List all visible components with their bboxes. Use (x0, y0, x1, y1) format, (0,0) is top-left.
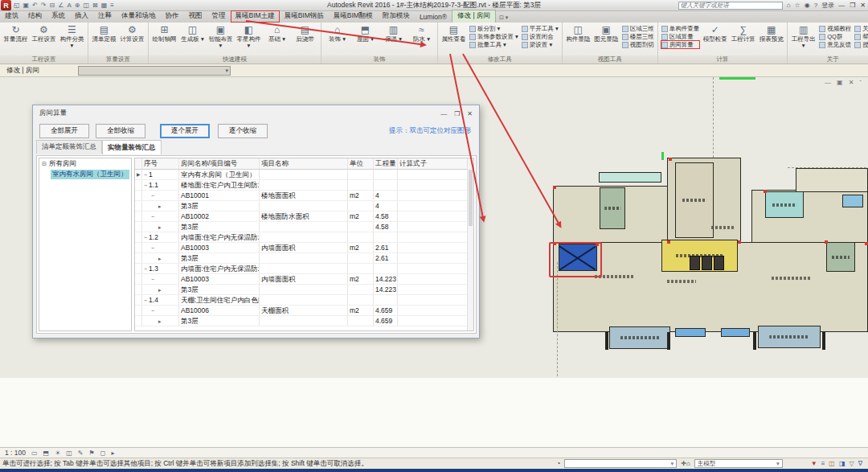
table-row[interactable]: −AB10002楼地面防水面积m24.58 (135, 211, 473, 222)
ribbon-big-button[interactable]: ⊞绘制轴网 (151, 24, 178, 50)
table-row[interactable]: −AB10003内墙面面积m214.223 (135, 274, 473, 285)
ribbon-big-button[interactable]: ⚙计算设置 (119, 24, 145, 50)
ribbon-big-button[interactable]: ▤清单定额 (91, 24, 117, 50)
ribbon-big-button[interactable]: ✓模型检查 (702, 24, 728, 50)
ribbon-small-button[interactable]: 授权 (854, 41, 868, 48)
crop-region-icon[interactable]: ✎ (78, 449, 84, 457)
thin-lines-icon[interactable]: ▦ (101, 2, 108, 9)
drag-on-selection-icon[interactable]: ▽ (849, 460, 854, 467)
ribbon-small-button[interactable]: 装饰参数设置 ▾ (469, 33, 518, 40)
select-links-icon[interactable]: ▼ (811, 460, 817, 467)
ribbon-tab[interactable]: 修改 | 房间 (452, 10, 496, 23)
workset-combobox[interactable]: ▾ (564, 459, 677, 468)
row-expander-icon[interactable]: − (151, 306, 154, 314)
plan-room[interactable] (605, 332, 608, 350)
row-expander-icon[interactable]: − (151, 212, 154, 220)
close-icon[interactable]: ✕ (860, 2, 866, 9)
text-icon[interactable]: A (67, 2, 71, 9)
header-quantity[interactable]: 工程量 (374, 158, 398, 169)
floor-plan[interactable] (547, 77, 868, 383)
crop-view-icon[interactable]: ◫ (66, 449, 72, 457)
row-tree-cell[interactable]: ▸ (142, 222, 179, 232)
plan-room[interactable] (714, 256, 724, 270)
row-tree-cell[interactable]: − (142, 211, 179, 221)
ribbon-big-button[interactable]: ▥保温 ▾ (380, 24, 407, 50)
table-row[interactable]: ▸第3层4 (135, 201, 473, 211)
dialog-minimize-icon[interactable]: — (440, 110, 447, 117)
worksets-icon[interactable]: ◔ (556, 460, 560, 467)
ribbon-tab[interactable]: 视图 (184, 10, 207, 23)
row-tree-cell[interactable]: −1 (142, 170, 179, 179)
table-row[interactable]: ▶−1室内有水房间（卫生间） (135, 170, 473, 180)
plan-room[interactable] (826, 242, 855, 272)
view-scale[interactable]: 1 : 100 (5, 449, 26, 457)
ribbon-big-button[interactable]: ◫生成板 ▾ (179, 24, 206, 50)
reveal-hidden-icon[interactable]: ◻ (100, 449, 106, 457)
row-tree-cell[interactable]: − (142, 306, 179, 315)
open-icon[interactable]: ◱ (14, 2, 20, 9)
ribbon-small-button[interactable]: 设置闭合 (522, 33, 559, 40)
ribbon-toggle-icon[interactable]: ⊡ ▾ (499, 14, 508, 23)
ribbon-big-button[interactable]: ▣智能布置 ▾ (207, 24, 234, 50)
row-tree-cell[interactable]: − (142, 191, 179, 200)
plan-room[interactable] (667, 332, 670, 350)
plan-room[interactable] (675, 162, 714, 238)
row-tree-cell[interactable]: −1.1 (142, 180, 179, 190)
ribbon-big-button[interactable]: ▤后浇带 (292, 24, 318, 50)
row-expander-icon[interactable]: − (151, 275, 154, 283)
header-seq[interactable]: 序号 (142, 158, 179, 169)
revit-app-button[interactable]: R (1, 0, 11, 10)
table-row[interactable]: ▸第3层2.61 (135, 253, 473, 264)
ribbon-big-button[interactable]: ☰构件分类 ▾ (59, 24, 85, 50)
ribbon-big-button[interactable]: ⌂装饰 ▾ (324, 24, 350, 50)
plan-room[interactable] (599, 172, 661, 183)
ribbon-small-button[interactable]: 平开工具 ▾ (522, 25, 559, 32)
ribbon-small-button[interactable]: 关于 (854, 25, 868, 32)
plan-room[interactable] (721, 328, 750, 337)
plan-room[interactable] (702, 256, 712, 270)
ribbon-big-button[interactable]: ▤属性查看 (440, 24, 467, 50)
row-expander-icon[interactable]: ▸ (158, 285, 162, 293)
row-tree-cell[interactable]: − (142, 243, 179, 252)
exchange-icon[interactable]: ⌂ (787, 2, 791, 9)
ribbon-big-button[interactable]: ◧零星构件 ▾ (235, 24, 262, 50)
table-row[interactable]: −1.3内墙面:住宅户内无保温防水墙... (135, 264, 473, 274)
header-item-name[interactable]: 项目名称 (260, 158, 348, 169)
header-room-name[interactable]: 房间名称/项目编号 (179, 158, 260, 169)
ribbon-big-button[interactable]: ▥工程导出 ▾ (790, 24, 817, 50)
ribbon-big-button[interactable]: ⬒屋面 ▾ (352, 24, 379, 50)
editable-only-icon[interactable]: ✛ (681, 460, 686, 467)
row-tree-cell[interactable]: −1.3 (142, 264, 179, 273)
sign-in-button[interactable]: 登录 (821, 1, 834, 10)
ribbon-big-button[interactable]: ◫构件显隐 (565, 24, 592, 50)
table-row[interactable]: −AB10006天棚面积m24.659 (135, 306, 473, 316)
plan-room[interactable] (796, 168, 868, 192)
search-input[interactable] (678, 2, 783, 10)
expand-one-button[interactable]: 逐个展开 (160, 124, 210, 138)
row-expander-icon[interactable]: − (144, 296, 147, 304)
plan-room[interactable] (822, 332, 825, 350)
dialog-close-icon[interactable]: ✕ (467, 110, 473, 117)
ribbon-small-button[interactable]: QQ群 (819, 33, 851, 40)
row-expander-icon[interactable]: ▸ (158, 202, 162, 210)
ribbon-tab[interactable]: 协作 (161, 10, 184, 23)
ribbon-big-button[interactable]: ▣图元显隐 (593, 24, 620, 50)
plan-room[interactable] (559, 244, 597, 271)
tab-list-quota-summary[interactable]: 清单定额装饰汇总 (36, 140, 102, 154)
ribbon-small-button[interactable]: 区域三维 (622, 25, 654, 32)
help-icon[interactable]: ? (814, 2, 817, 9)
table-row[interactable]: ▸第3层14.223 (135, 285, 473, 295)
header-unit[interactable]: 单位 (348, 158, 374, 169)
print-icon[interactable]: ⊟ (50, 2, 55, 9)
row-tree-cell[interactable]: ▸ (142, 201, 179, 211)
filter-icon[interactable]: ∇ (858, 460, 862, 467)
row-tree-cell[interactable]: − (142, 274, 179, 284)
row-tree-cell[interactable]: ▸ (142, 253, 179, 263)
table-row[interactable]: ▸第3层4.58 (135, 222, 473, 232)
measure-icon[interactable]: ∠ (58, 2, 63, 9)
table-row[interactable]: −1.1楼地面:住宅户内卫生间防水砖... (135, 180, 473, 191)
ribbon-small-button[interactable]: 批量工具 ▾ (469, 41, 518, 48)
ribbon-big-button[interactable]: ⌂基础 ▾ (264, 24, 290, 50)
ribbon-small-button[interactable]: 梁设置 ▾ (522, 41, 559, 48)
undo-icon[interactable]: ↶ (32, 2, 38, 9)
